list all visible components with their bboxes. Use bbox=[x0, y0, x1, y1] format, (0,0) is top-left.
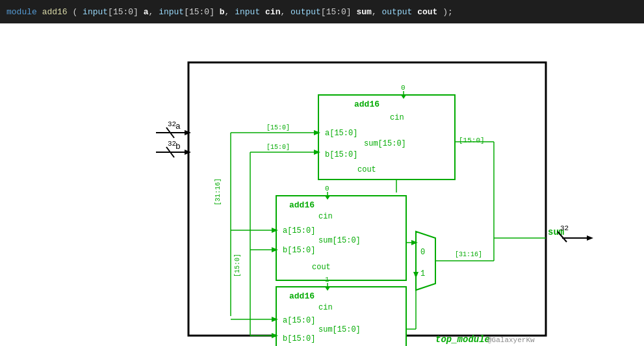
b-mid-label: b[15:0] bbox=[283, 246, 315, 255]
keyword-input2: input bbox=[159, 7, 184, 17]
var-sum: sum bbox=[356, 7, 371, 17]
bus15-0-top: [15:0] bbox=[459, 137, 485, 144]
sum-bot-label: sum[15:0] bbox=[318, 325, 361, 334]
a-mid-label: a[15:0] bbox=[283, 226, 315, 235]
diagram-area: add16 cin a[15:0] b[15:0] sum[15:0] cout… bbox=[0, 23, 644, 346]
add16-mid-label: add16 bbox=[289, 200, 315, 210]
keyword-module: module bbox=[6, 7, 37, 17]
cin-mid-label: cin bbox=[318, 212, 333, 221]
keyword-input3: input bbox=[235, 7, 260, 17]
bus32-out-label: 32 bbox=[560, 224, 569, 232]
b-top-label: b[15:0] bbox=[325, 150, 357, 159]
mux-shape bbox=[416, 232, 435, 290]
b-bot-label: b[15:0] bbox=[283, 334, 315, 343]
bracket3: [15:0] bbox=[321, 7, 352, 17]
slice-31-16-label: [31:16] bbox=[214, 178, 222, 206]
keyword-output2: output bbox=[382, 7, 413, 17]
var-b: b bbox=[220, 7, 225, 17]
mux-1-label: 1 bbox=[420, 269, 425, 278]
bit0-top: 0 bbox=[401, 84, 406, 92]
slice-15-0-a-top: [15:0] bbox=[266, 124, 290, 131]
module-name: add16 bbox=[42, 7, 68, 17]
bracket2: [15:0] bbox=[184, 7, 214, 17]
cin-top-label: cin bbox=[390, 113, 404, 122]
slice-15-0-label: [15:0] bbox=[234, 254, 241, 277]
paren-close: ); bbox=[443, 7, 453, 17]
keyword-input1: input bbox=[83, 7, 108, 17]
svg-marker-41 bbox=[587, 235, 593, 241]
code-line: module add16 ( input[15:0] a, input[15:0… bbox=[0, 0, 644, 23]
top-module-label: top_module bbox=[435, 334, 490, 345]
watermark: @GalaxyerKw bbox=[487, 336, 535, 344]
bracket1: [15:0] bbox=[108, 7, 138, 17]
sum-top-label: sum[15:0] bbox=[364, 139, 406, 148]
add16-top-label: add16 bbox=[354, 100, 380, 109]
a-input-label: a bbox=[175, 122, 181, 131]
mux-0-label: 0 bbox=[420, 248, 425, 257]
slice-15-0-b-top: [15:0] bbox=[266, 144, 290, 151]
bus31-16-label: [31:16] bbox=[455, 251, 482, 258]
keyword-output1: output bbox=[290, 7, 321, 17]
a-bot-label: a[15:0] bbox=[283, 316, 315, 325]
cout-mid-label: cout bbox=[312, 263, 331, 272]
add16-bot-label: add16 bbox=[289, 291, 315, 301]
bit1-bot: 1 bbox=[325, 276, 329, 284]
sum-mid-label: sum[15:0] bbox=[318, 236, 361, 245]
var-a: a bbox=[144, 7, 149, 17]
b-input-label: b bbox=[175, 142, 181, 152]
var-cout: cout bbox=[417, 7, 437, 17]
bit0-mid: 0 bbox=[325, 185, 329, 193]
a-top-label: a[15:0] bbox=[325, 129, 357, 138]
paren-open: ( bbox=[72, 7, 77, 17]
var-cin: cin bbox=[265, 7, 280, 17]
cout-top-label: cout bbox=[357, 165, 376, 174]
cin-bot-label: cin bbox=[318, 303, 333, 312]
